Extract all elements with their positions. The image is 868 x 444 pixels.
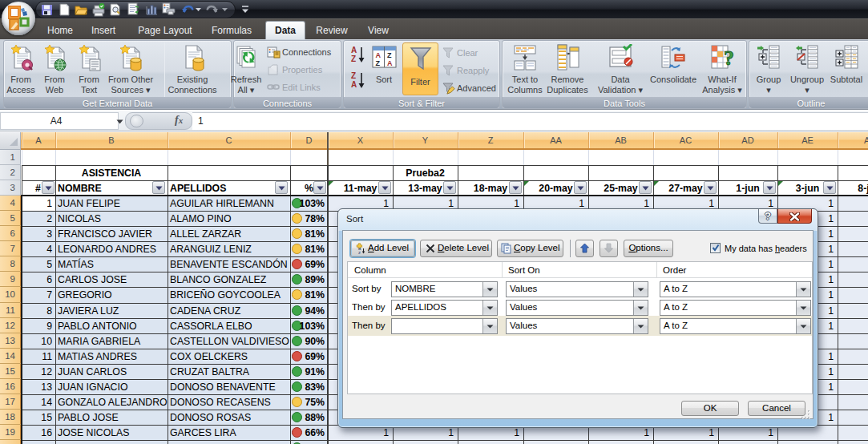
svg-text:Z: Z — [376, 59, 381, 67]
svg-text:?: ? — [724, 46, 734, 70]
svg-text:A: A — [387, 59, 393, 67]
svg-text:Z: Z — [387, 51, 392, 59]
svg-text:A: A — [376, 51, 382, 59]
svg-text:A: A — [351, 46, 357, 54]
svg-text:z: z — [358, 250, 361, 254]
svg-text:Z: Z — [351, 54, 356, 63]
